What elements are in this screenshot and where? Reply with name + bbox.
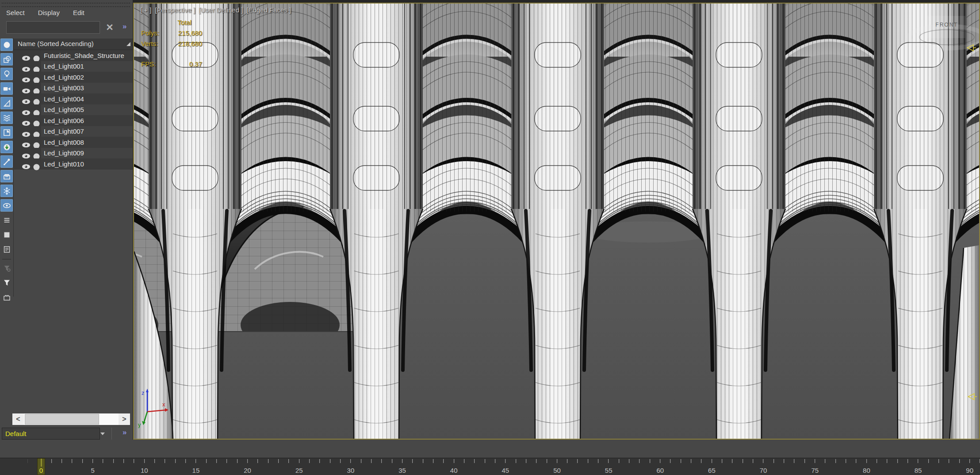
- frame-label-80: 80: [863, 467, 870, 474]
- pick-container-button[interactable]: [0, 291, 13, 303]
- viewport-shading-menu[interactable]: [Edged Faces ]: [246, 6, 291, 14]
- list-item[interactable]: Led_Light009: [14, 148, 133, 159]
- horizontal-scrollbar[interactable]: < >: [12, 413, 130, 425]
- preset-value: Default: [5, 430, 27, 437]
- display-bone-objects-button[interactable]: [0, 141, 13, 153]
- frame-label-40: 40: [450, 467, 458, 474]
- menu-item-display[interactable]: Display: [38, 9, 60, 16]
- stats-verts-label: Verts:: [141, 40, 167, 47]
- stats-fps-label: FPS:: [141, 60, 167, 68]
- viewport-general-menu[interactable]: [ + ]: [140, 6, 151, 14]
- axis-z-label: z: [142, 390, 145, 396]
- display-containers-button[interactable]: [0, 170, 13, 182]
- display-containers-icon: [3, 172, 11, 181]
- display-selection-sets-button[interactable]: [0, 243, 13, 255]
- viewport-statistics: Total Polys: 215,680 Verts: 218,680 FPS:…: [141, 17, 202, 69]
- preset-overflow-icon[interactable]: »: [122, 428, 126, 437]
- perspective-viewport[interactable]: FRONT x y z [ + ] [Perspective ] [User D…: [134, 4, 979, 439]
- object-list: Futuristic_Shade_StructureLed_Light001Le…: [14, 50, 133, 170]
- frame-label-25: 25: [295, 467, 303, 474]
- scroll-right-button[interactable]: >: [119, 413, 130, 425]
- stats-polys-label: Polys:: [141, 29, 167, 37]
- stats-polys-value: 215,680: [167, 29, 202, 37]
- object-name: Led_Light009: [44, 149, 84, 157]
- scroll-left-button[interactable]: <: [12, 413, 24, 425]
- toolbar-divider: [2, 259, 11, 259]
- scrubber-stripe: [41, 459, 42, 467]
- display-hidden-objects-button[interactable]: [0, 199, 13, 212]
- axis-y-label: y: [138, 421, 141, 428]
- object-name: Led_Light008: [44, 139, 84, 146]
- display-hidden-objects-icon: [3, 201, 11, 210]
- frame-label-90: 90: [966, 467, 973, 474]
- list-item[interactable]: Led_Light008: [14, 137, 133, 148]
- scrollbar-thumb[interactable]: [25, 414, 99, 425]
- display-shapes-button[interactable]: [0, 53, 13, 66]
- display-none-button[interactable]: [0, 214, 13, 226]
- list-item[interactable]: Led_Light005: [14, 104, 133, 116]
- display-geometry-icon: [3, 41, 11, 49]
- frame-label-35: 35: [398, 467, 406, 474]
- object-name: Led_Light001: [44, 62, 84, 70]
- stats-total-header: Total: [167, 19, 202, 26]
- clear-search-icon[interactable]: ✕: [103, 21, 116, 34]
- list-item[interactable]: Led_Light002: [14, 72, 133, 83]
- display-bones-button[interactable]: [0, 155, 13, 168]
- viewcube-front-face-label[interactable]: FRONT: [935, 22, 958, 28]
- frame-label-50: 50: [553, 467, 561, 474]
- timeline-ruler[interactable]: 051015202530354045505560657075808590 0: [0, 458, 980, 475]
- list-item[interactable]: Led_Light010: [14, 158, 133, 170]
- display-geometry-button[interactable]: [0, 39, 13, 51]
- frame-label-55: 55: [605, 467, 612, 474]
- search-input[interactable]: [6, 21, 100, 34]
- filter-button[interactable]: [0, 276, 13, 289]
- list-item[interactable]: Led_Light004: [14, 93, 133, 104]
- display-materials-button[interactable]: [0, 228, 13, 241]
- menu-item-select[interactable]: Select: [6, 9, 25, 16]
- display-selection-sets-icon: [3, 245, 11, 254]
- chevron-down-icon[interactable]: [100, 433, 105, 435]
- configure-advanced-filter-icon: [3, 264, 11, 272]
- time-slider-scrubber[interactable]: 0: [37, 458, 45, 475]
- configure-advanced-filter-button[interactable]: [0, 262, 13, 274]
- object-name: Led_Light002: [44, 73, 84, 81]
- display-particle-systems-button[interactable]: [0, 126, 13, 139]
- frame-label-45: 45: [502, 467, 509, 474]
- object-name: Led_Light004: [44, 95, 84, 103]
- display-helpers-icon: [3, 99, 11, 108]
- display-space-warps-button[interactable]: [0, 112, 13, 124]
- display-frozen-objects-icon: [3, 187, 11, 195]
- list-item[interactable]: Led_Light001: [14, 61, 133, 72]
- viewport-destination-menu[interactable]: [User Defined ]: [199, 6, 243, 14]
- frame-ticks: [27, 459, 980, 463]
- list-item[interactable]: Led_Light003: [14, 83, 133, 94]
- preset-dropdown[interactable]: Default: [2, 428, 100, 440]
- display-none-icon: [3, 216, 11, 224]
- display-helpers-button[interactable]: [0, 97, 13, 109]
- object-name: Futuristic_Shade_Structure: [44, 52, 124, 59]
- object-name: Led_Light006: [44, 117, 84, 124]
- pick-container-icon: [3, 293, 11, 301]
- list-item[interactable]: Led_Light006: [14, 115, 133, 126]
- frame-label-5: 5: [91, 467, 94, 474]
- name-column-label: Name (Sorted Ascending): [18, 40, 94, 47]
- list-item[interactable]: Led_Light007: [14, 126, 133, 137]
- object-name: Led_Light007: [44, 127, 84, 135]
- sort-indicator-icon: [126, 42, 130, 46]
- stats-fps-value: 0.37: [167, 60, 202, 68]
- menu-item-edit[interactable]: Edit: [73, 9, 84, 16]
- list-item[interactable]: Futuristic_Shade_Structure: [14, 50, 133, 61]
- search-overflow-icon[interactable]: »: [122, 22, 126, 31]
- viewport-canvas[interactable]: FRONT x y z: [134, 4, 979, 439]
- display-particle-systems-icon: [3, 128, 11, 137]
- name-column-header[interactable]: Name (Sorted Ascending): [14, 39, 133, 50]
- viewport-label: [ + ] [Perspective ] [User Defined ] [Ed…: [140, 6, 291, 14]
- frame-label-60: 60: [656, 467, 664, 474]
- display-lights-button[interactable]: [0, 68, 13, 80]
- display-cameras-button[interactable]: [0, 82, 13, 95]
- stats-verts-value: 218,680: [167, 40, 202, 47]
- separator: [111, 428, 112, 440]
- viewport-pov-menu[interactable]: [Perspective ]: [155, 6, 195, 14]
- display-frozen-objects-button[interactable]: [0, 185, 13, 197]
- frame-label-15: 15: [192, 467, 200, 474]
